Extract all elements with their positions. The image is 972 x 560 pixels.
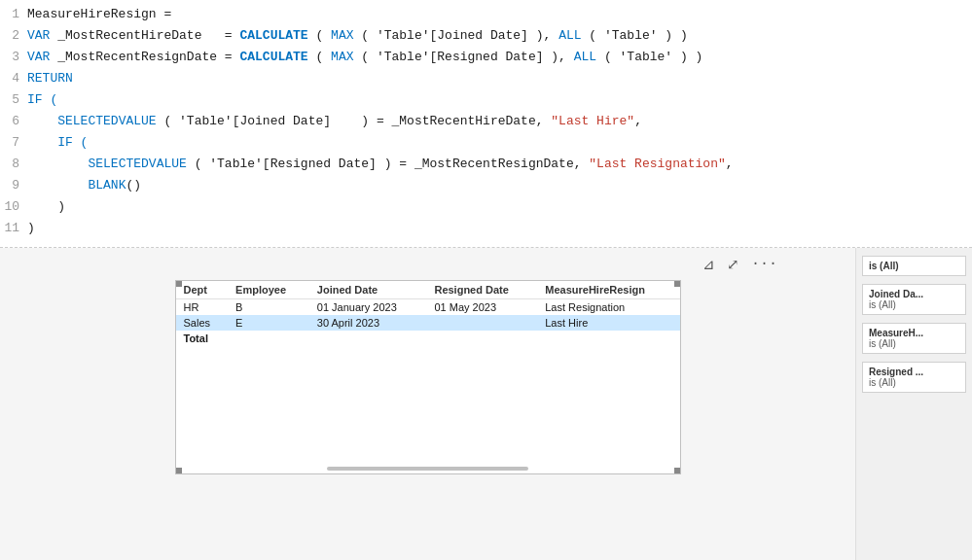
line-number: 1 bbox=[0, 7, 27, 21]
code-editor: 1MeasureHireResign =2VAR _MostRecentHire… bbox=[0, 0, 972, 248]
table-cell: HR bbox=[176, 299, 229, 316]
code-token: "Last Hire" bbox=[551, 114, 634, 128]
line-number: 11 bbox=[0, 221, 27, 235]
code-token: , bbox=[726, 157, 734, 171]
data-table-container: DeptEmployeeJoined DateResigned DateMeas… bbox=[175, 280, 681, 474]
code-token bbox=[27, 157, 88, 171]
line-content: ) bbox=[27, 221, 35, 235]
code-token: "Last Resignation" bbox=[589, 157, 725, 171]
table-header-cell[interactable]: Employee bbox=[228, 281, 309, 299]
horizontal-scrollbar[interactable] bbox=[327, 467, 528, 471]
code-line-9: 9 BLANK() bbox=[0, 177, 972, 198]
line-number: 9 bbox=[0, 178, 27, 192]
code-token: RETURN bbox=[27, 71, 73, 86]
code-line-2: 2VAR _MostRecentHireDate = CALCULATE ( M… bbox=[0, 27, 972, 49]
code-token: CALCULATE bbox=[239, 28, 307, 43]
code-token: , bbox=[634, 114, 642, 128]
table-header-cell[interactable]: Resigned Date bbox=[426, 281, 537, 299]
filter-value: is (All) bbox=[869, 338, 959, 349]
table-row: SalesE30 April 2023Last Hire bbox=[176, 315, 680, 331]
filter-icon[interactable]: ⊿ bbox=[702, 256, 715, 274]
expand-icon[interactable]: ⤢ bbox=[727, 256, 739, 274]
more-options-icon[interactable]: ··· bbox=[751, 256, 777, 274]
table-header-cell[interactable]: MeasureHireResign bbox=[537, 281, 679, 299]
table-cell: 30 April 2023 bbox=[309, 315, 427, 331]
panel-toolbar: ⊿ ⤢ ··· bbox=[702, 256, 855, 274]
table-cell: Last Resignation bbox=[537, 299, 679, 316]
table-cell: E bbox=[228, 315, 309, 331]
line-content: IF ( bbox=[27, 135, 88, 150]
line-number: 10 bbox=[0, 199, 27, 214]
code-token: CALCULATE bbox=[239, 50, 307, 64]
code-token: ALL bbox=[558, 28, 581, 43]
line-content: SELECTEDVALUE ( 'Table'[Joined Date] ) =… bbox=[27, 114, 642, 128]
code-token: ( 'Table'[Resigned Date] ), bbox=[353, 50, 573, 64]
table-header-cell[interactable]: Joined Date bbox=[309, 281, 427, 299]
code-token: MAX bbox=[331, 28, 353, 43]
code-token: _MostRecentResignDate = bbox=[57, 50, 239, 64]
bottom-area: ⊿ ⤢ ··· DeptEmployeeJoined DateResigned … bbox=[0, 248, 972, 560]
code-line-3: 3VAR _MostRecentResignDate = CALCULATE (… bbox=[0, 49, 972, 70]
filter-card[interactable]: is (All) bbox=[862, 256, 966, 276]
code-token: ( 'Table'[Resigned Date] ) = _MostRecent… bbox=[187, 157, 589, 171]
code-token: SELECTEDVALUE bbox=[88, 157, 186, 171]
code-token: MeasureHireResign = bbox=[27, 7, 171, 21]
table-panel: ⊿ ⤢ ··· DeptEmployeeJoined DateResigned … bbox=[0, 248, 855, 560]
table-body: HRB01 January 202301 May 2023Last Resign… bbox=[176, 299, 680, 347]
line-content: VAR _MostRecentHireDate = CALCULATE ( MA… bbox=[27, 28, 688, 43]
filter-card[interactable]: Joined Da...is (All) bbox=[862, 284, 966, 315]
code-token: IF ( bbox=[27, 135, 88, 150]
code-line-8: 8 SELECTEDVALUE ( 'Table'[Resigned Date]… bbox=[0, 156, 972, 177]
line-number: 7 bbox=[0, 135, 27, 150]
line-content: SELECTEDVALUE ( 'Table'[Resigned Date] )… bbox=[27, 157, 734, 171]
resize-corner-br[interactable] bbox=[674, 468, 680, 473]
right-filter-panel: is (All)Joined Da...is (All)MeasureH...i… bbox=[855, 248, 972, 560]
table-header-cell[interactable]: Dept bbox=[176, 281, 229, 299]
filter-value: is (All) bbox=[869, 377, 959, 388]
filter-title: MeasureH... bbox=[869, 328, 959, 338]
code-token: MAX bbox=[331, 50, 353, 64]
code-token: ( 'Table' ) ) bbox=[596, 50, 702, 64]
code-line-1: 1MeasureHireResign = bbox=[0, 6, 972, 27]
code-line-4: 4RETURN bbox=[0, 70, 972, 91]
line-content: MeasureHireResign = bbox=[27, 7, 171, 21]
table-cell: 01 January 2023 bbox=[309, 299, 427, 316]
line-number: 5 bbox=[0, 92, 27, 107]
table-cell: B bbox=[228, 299, 309, 316]
filter-title: Resigned ... bbox=[869, 367, 959, 377]
code-token: () bbox=[126, 178, 141, 192]
table-header-row: DeptEmployeeJoined DateResigned DateMeas… bbox=[176, 281, 680, 299]
code-token: ( 'Table'[Joined Date] ), bbox=[353, 28, 558, 43]
line-content: RETURN bbox=[27, 71, 73, 86]
filter-card[interactable]: Resigned ...is (All) bbox=[862, 362, 966, 393]
line-content: BLANK() bbox=[27, 178, 141, 192]
filter-card[interactable]: MeasureH...is (All) bbox=[862, 323, 966, 354]
code-token: SELECTEDVALUE bbox=[57, 114, 156, 128]
line-content: ) bbox=[27, 199, 65, 214]
code-line-7: 7 IF ( bbox=[0, 134, 972, 156]
resize-corner-bl[interactable] bbox=[176, 468, 182, 473]
code-token: ) bbox=[27, 221, 35, 235]
code-token bbox=[27, 178, 88, 192]
line-number: 3 bbox=[0, 50, 27, 64]
filter-title: Joined Da... bbox=[869, 289, 959, 299]
code-token: ALL bbox=[574, 50, 596, 64]
table-cell: Sales bbox=[176, 315, 229, 331]
code-token: ( bbox=[308, 28, 331, 43]
line-number: 4 bbox=[0, 71, 27, 86]
table-cell: Last Hire bbox=[537, 315, 679, 331]
code-line-11: 11) bbox=[0, 220, 972, 241]
code-token: VAR bbox=[27, 50, 57, 64]
resize-corner-tl[interactable] bbox=[176, 281, 182, 287]
table-total-row: Total bbox=[176, 331, 680, 346]
line-content: VAR _MostRecentResignDate = CALCULATE ( … bbox=[27, 50, 702, 64]
resize-corner-tr[interactable] bbox=[674, 281, 680, 287]
table-row: HRB01 January 202301 May 2023Last Resign… bbox=[176, 299, 680, 316]
code-token: ( 'Table' ) ) bbox=[582, 28, 688, 43]
code-line-6: 6 SELECTEDVALUE ( 'Table'[Joined Date] )… bbox=[0, 113, 972, 134]
filter-value: is (All) bbox=[869, 299, 959, 310]
code-token: ) bbox=[27, 199, 65, 214]
code-token: ( bbox=[308, 50, 331, 64]
filter-title: is (All) bbox=[869, 261, 959, 271]
code-token: _MostRecentHireDate = bbox=[57, 28, 239, 43]
